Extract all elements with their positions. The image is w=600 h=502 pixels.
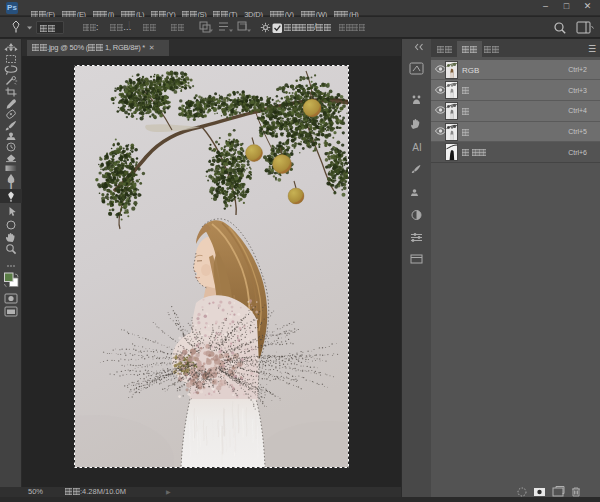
svg-text:T: T bbox=[8, 180, 14, 191]
svg-text:AI: AI bbox=[412, 142, 421, 153]
